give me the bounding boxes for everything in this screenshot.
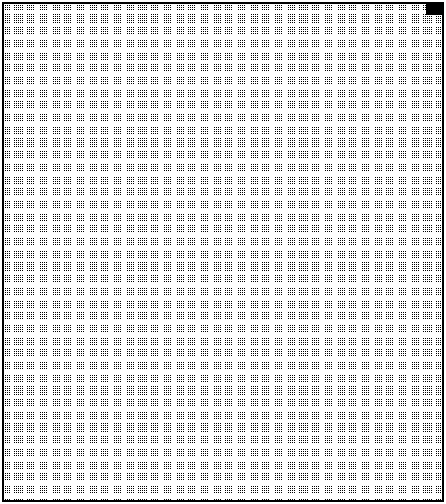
corner-marker xyxy=(426,4,442,15)
panel-frame xyxy=(2,2,444,502)
